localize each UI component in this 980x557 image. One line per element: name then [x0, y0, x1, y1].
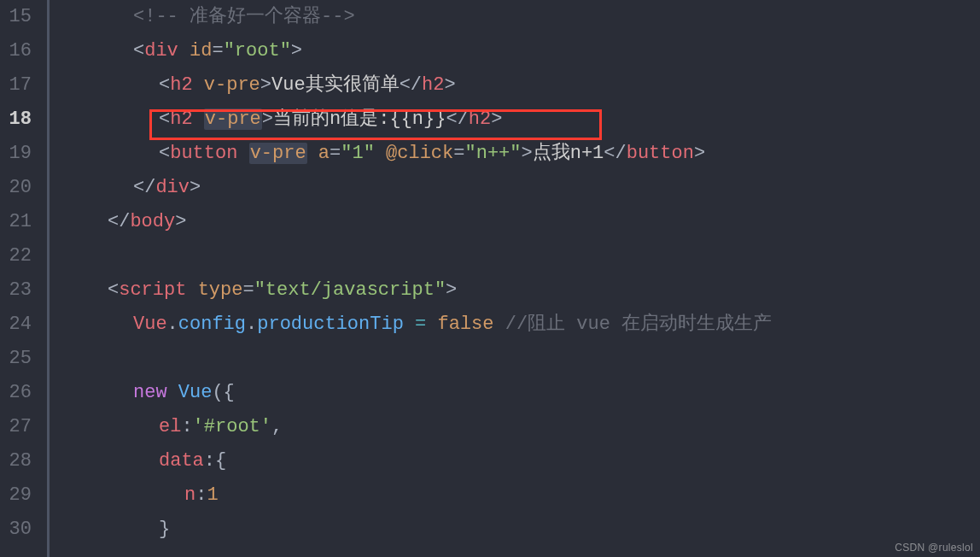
- code-line: <!-- 准备好一个容器-->: [56, 0, 980, 34]
- code-line: <button v-pre a="1" @click="n++">点我n+1</…: [56, 137, 980, 171]
- code-line: [56, 239, 980, 273]
- code-area[interactable]: <!-- 准备好一个容器--> <div id="root"> <h2 v-pr…: [47, 0, 980, 557]
- code-line: }: [56, 513, 980, 547]
- line-number: 24: [9, 308, 32, 342]
- line-number: 23: [9, 273, 32, 308]
- line-number: 17: [9, 68, 32, 103]
- code-line: </div>: [56, 171, 980, 205]
- code-line: Vue.config.productionTip = false //阻止 vu…: [56, 308, 980, 342]
- line-number: 16: [9, 34, 32, 68]
- code-line: </body>: [56, 205, 980, 239]
- line-number: 26: [9, 376, 32, 410]
- line-number-active: 18: [9, 103, 32, 137]
- line-number: 30: [9, 513, 32, 547]
- line-number: 22: [9, 239, 32, 273]
- line-number: 29: [9, 478, 32, 513]
- line-number: 15: [9, 0, 32, 34]
- code-line: n:1: [56, 478, 980, 513]
- code-line: el:'#root',: [56, 410, 980, 444]
- code-editor: 15 16 17 18 19 20 21 22 23 24 25 26 27 2…: [0, 0, 980, 557]
- line-number: 27: [9, 410, 32, 444]
- code-line: data:{: [56, 444, 980, 478]
- code-line-active: <h2 v-pre>当前的n值是:{{n}}</h2>: [56, 103, 980, 137]
- line-number-gutter: 15 16 17 18 19 20 21 22 23 24 25 26 27 2…: [0, 0, 47, 557]
- line-number: 25: [9, 342, 32, 376]
- code-line: <div id="root">: [56, 34, 980, 68]
- line-number: 20: [9, 171, 32, 205]
- code-line: <h2 v-pre>Vue其实很简单</h2>: [56, 68, 980, 103]
- line-number: 28: [9, 444, 32, 478]
- code-line: [56, 342, 980, 376]
- line-number: 19: [9, 137, 32, 171]
- line-number: 21: [9, 205, 32, 239]
- watermark: CSDN @ruleslol: [895, 542, 973, 554]
- code-line: new Vue({: [56, 376, 980, 410]
- code-line: <script type="text/javascript">: [56, 273, 980, 308]
